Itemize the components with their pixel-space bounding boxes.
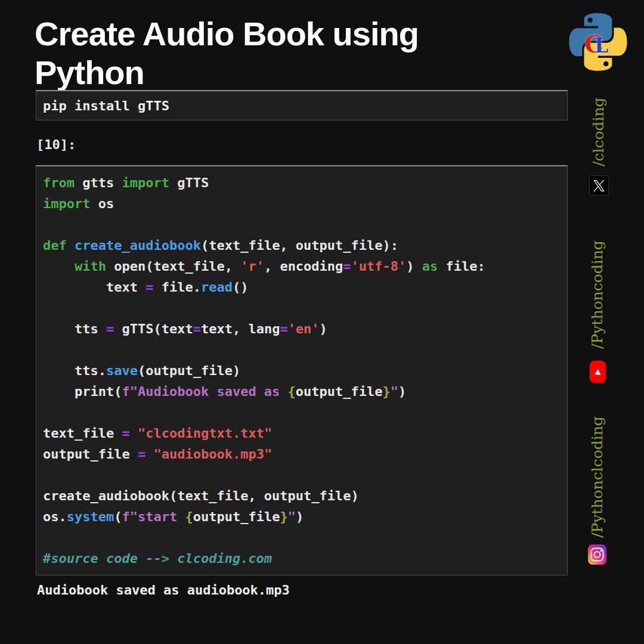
code-token: open(text_file, (106, 259, 240, 274)
code-token: = (193, 321, 201, 336)
code-token: #source code --> clcoding.com (43, 551, 272, 566)
code-token: with (75, 259, 106, 274)
code-token: text_file (43, 426, 122, 441)
code-token: 'en' (288, 321, 320, 336)
code-token: () (233, 280, 249, 295)
code-token: output_file (43, 447, 138, 462)
code-line (43, 465, 567, 485)
code-token: ) (398, 384, 406, 399)
code-line: os.system(f"start {output_file}") (43, 506, 567, 527)
code-token: system (67, 509, 114, 524)
code-token: def (43, 238, 67, 253)
code-token: read (201, 280, 233, 295)
code-line (43, 339, 567, 360)
code-token (130, 426, 138, 441)
code-token: create_audiobook (75, 238, 201, 253)
code-line: with open(text_file, 'r', encoding='utf-… (43, 256, 567, 277)
pip-install-text: pip install gTTS (43, 98, 169, 113)
code-line: text_file = "clcodingtxt.txt" (43, 423, 567, 444)
cell-output-text: Audiobook saved as audiobook.mp3 (37, 583, 290, 597)
sidebar-handle-pythonclcoding[interactable]: /Pythonclcoding (587, 414, 607, 540)
code-token: file: (438, 259, 485, 274)
sidebar-handle-clcoding[interactable]: /clcoding (588, 89, 608, 174)
code-token: f"Audiobook saved as (122, 384, 287, 399)
code-token: " (391, 384, 398, 399)
code-token: tts. (43, 363, 106, 378)
code-line: from gtts import gTTS (43, 172, 567, 193)
code-token: output_file (193, 509, 280, 524)
code-token: "clcodingtxt.txt" (138, 426, 272, 441)
code-token: = (280, 321, 287, 336)
code-line: output_file = "audiobook.mp3" (43, 444, 567, 465)
code-line (43, 214, 567, 235)
code-token: " (288, 509, 296, 524)
code-token: save (106, 363, 138, 378)
code-token: = (343, 259, 351, 274)
code-line: tts = gTTS(text=text, lang='en') (43, 318, 567, 339)
code-token (43, 259, 75, 274)
code-token: } (383, 384, 391, 399)
post-canvas: Create Audio Book using Python C L pip i… (0, 0, 644, 644)
code-token: } (280, 509, 287, 524)
instagram-icon[interactable] (588, 544, 606, 565)
code-token: gTTS (169, 175, 209, 190)
page-title: Create Audio Book using Python (35, 14, 535, 92)
code-line: text = file.read() (43, 277, 567, 298)
code-token: { (288, 384, 296, 399)
code-token: ( (114, 509, 122, 524)
code-line: #source code --> clcoding.com (43, 548, 567, 569)
code-line (43, 298, 567, 318)
code-line: tts.save(output_file) (43, 360, 567, 381)
x-icon[interactable] (589, 175, 609, 196)
youtube-icon[interactable] (590, 361, 606, 383)
code-token: = (106, 321, 114, 336)
code-token (145, 447, 153, 462)
code-token: = (122, 426, 129, 441)
code-line: create_audiobook(text_file, output_file) (43, 485, 567, 506)
code-token: 'r' (240, 259, 264, 274)
code-token: create_audiobook(text_file, output_file) (43, 488, 359, 503)
code-token: text (43, 280, 145, 295)
pip-install-cell: pip install gTTS (36, 90, 568, 120)
code-token: print( (43, 384, 122, 399)
code-token: (output_file) (138, 363, 240, 378)
code-line (43, 402, 567, 423)
code-lines: from gtts import gTTSimport os def creat… (43, 172, 567, 569)
code-token: f"start (122, 509, 185, 524)
code-token: (text_file, output_file): (201, 238, 398, 253)
code-line: def create_audiobook(text_file, output_f… (43, 235, 567, 256)
code-token: , encoding (264, 259, 343, 274)
code-token: import (122, 175, 169, 190)
code-token: 'utf-8' (351, 259, 407, 274)
code-token: output_file (296, 384, 383, 399)
code-token: "audiobook.mp3" (153, 447, 272, 462)
code-token (67, 238, 75, 253)
clcoding-badge: C L (584, 30, 612, 56)
code-token: import (43, 196, 90, 211)
code-token: gtts (75, 175, 122, 190)
code-cell: from gtts import gTTSimport os def creat… (36, 165, 568, 575)
code-token: = (145, 280, 153, 295)
code-token: = (138, 447, 145, 462)
code-token: text, lang (201, 321, 280, 336)
code-token: os (90, 196, 114, 211)
code-token: tts (43, 321, 106, 336)
python-logo-icon: C L (569, 13, 627, 71)
code-token: { (185, 509, 193, 524)
code-line: import os (43, 193, 567, 214)
code-token: ) (406, 259, 422, 274)
sidebar-handle-pythoncoding[interactable]: /Pythoncoding (587, 239, 607, 351)
code-token: ) (320, 321, 327, 336)
code-token: from (43, 175, 75, 190)
code-token: ) (296, 509, 304, 524)
code-token: gTTS(text (114, 321, 193, 336)
code-token: file. (153, 280, 200, 295)
cell-execution-label: [10]: (36, 137, 76, 152)
code-line (43, 527, 567, 548)
code-token: os. (43, 509, 67, 524)
code-line: print(f"Audiobook saved as {output_file}… (43, 381, 567, 402)
code-token: as (422, 259, 438, 274)
badge-letter-l: L (595, 34, 608, 57)
